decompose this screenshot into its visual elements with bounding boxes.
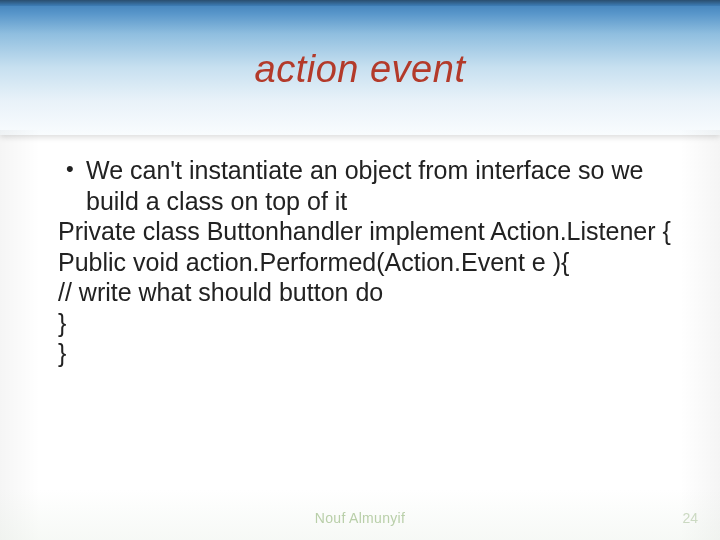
code-line: } [58, 308, 672, 339]
bullet-text: We can't instantiate an object from inte… [86, 155, 672, 216]
footer-author: Nouf Almunyif [0, 510, 720, 526]
slide-content: • We can't instantiate an object from in… [58, 155, 672, 369]
slide-title: action event [0, 48, 720, 91]
code-line: // write what should button do [58, 277, 672, 308]
right-vignette [680, 130, 720, 540]
left-vignette [0, 130, 40, 540]
slide-number: 24 [682, 510, 698, 526]
code-line: Public void action.Performed(Action.Even… [58, 247, 672, 278]
bullet-item: • We can't instantiate an object from in… [58, 155, 672, 216]
bullet-marker: • [58, 155, 86, 184]
header-top-accent [0, 0, 720, 6]
code-line: } [58, 338, 672, 369]
slide: action event • We can't instantiate an o… [0, 0, 720, 540]
code-line: Private class Buttonhandler implement Ac… [58, 216, 672, 247]
